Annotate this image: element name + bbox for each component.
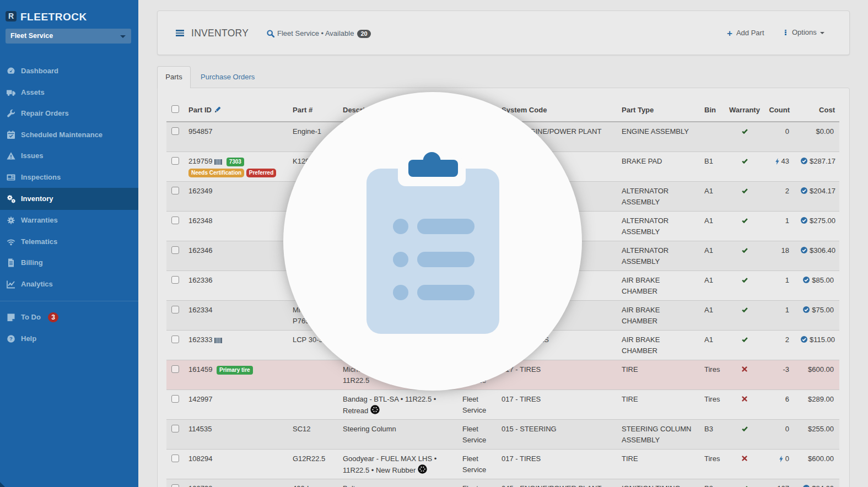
svg-text:?: ? bbox=[9, 336, 13, 342]
